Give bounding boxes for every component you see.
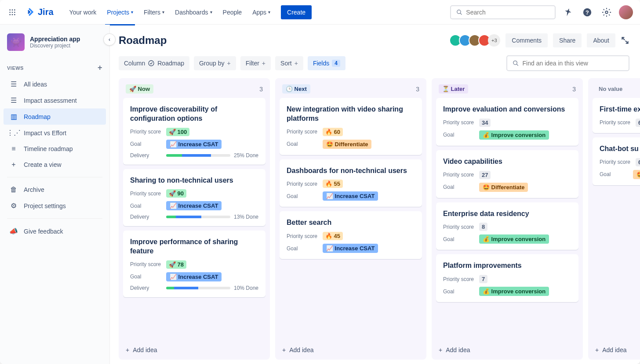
column-next: 🕒 Next3New integration with video sharin… — [275, 78, 426, 360]
priority-label: Priority score — [287, 181, 323, 187]
user-avatar[interactable] — [619, 5, 633, 19]
delivery-pct: 13% Done — [234, 214, 258, 220]
global-search[interactable] — [450, 5, 556, 19]
create-button[interactable]: Create — [281, 5, 312, 19]
fields-chip[interactable]: Fields4 — [308, 56, 345, 70]
card-title: Video capabilities — [443, 157, 571, 166]
find-idea-box[interactable] — [506, 55, 629, 71]
add-idea-button[interactable]: +Add idea — [123, 341, 265, 355]
goal-label: Goal — [130, 203, 166, 209]
goal-badge: 💰 Improve conversion — [479, 130, 549, 140]
add-idea-button[interactable]: +Add idea — [593, 341, 640, 355]
column-label: 🕒 Next — [282, 84, 310, 94]
idea-card[interactable]: Improve evaluation and conversionsPriori… — [436, 98, 578, 146]
card-title: Enterprise data residency — [443, 209, 571, 219]
nav-projects[interactable]: Projects▾ — [102, 5, 138, 19]
sidebar-item-label: Impact assessment — [24, 97, 77, 104]
chevron-down-icon: ▾ — [210, 10, 212, 14]
sidebar-feedback[interactable]: 📣Give feedback — [4, 223, 106, 239]
priority-label: Priority score — [600, 119, 636, 126]
top-navigation: Jira Your workProjects▾Filters▾Dashboard… — [0, 0, 640, 25]
idea-card[interactable]: Better searchPriority score🔥 45Goal📈 Inc… — [280, 211, 422, 259]
goal-label: Goal — [287, 141, 323, 147]
comments-button[interactable]: Comments — [505, 33, 548, 47]
sidebar-project-settings[interactable]: ⚙Project settings — [4, 198, 106, 214]
idea-card[interactable]: Dashboards for non-technical usersPriori… — [280, 159, 422, 207]
collapse-sidebar-button[interactable]: ‹ — [103, 33, 116, 46]
priority-score-badge: 🔥 45 — [323, 232, 343, 240]
chevron-down-icon: ▾ — [268, 10, 270, 14]
goal-label: Goal — [443, 288, 479, 295]
views-section-header: VIEWS + — [4, 60, 106, 76]
goal-label: Goal — [443, 132, 479, 138]
avatar-more[interactable]: +3 — [488, 34, 500, 47]
nav-filters[interactable]: Filters▾ — [138, 5, 170, 19]
plus-icon: + — [126, 346, 129, 353]
nav-people[interactable]: People — [218, 5, 247, 19]
plus-icon: + — [439, 346, 442, 353]
add-view-icon[interactable]: + — [98, 63, 102, 72]
sidebar-item-create-a-view[interactable]: +Create a view — [4, 157, 106, 173]
goal-badge: 🤩 Differentiate — [479, 183, 528, 192]
column-chip[interactable]: Column Roadmap — [119, 56, 189, 70]
help-icon[interactable]: ? — [580, 5, 594, 19]
idea-card[interactable]: First-time exPriority score6 — [593, 98, 640, 133]
goal-badge: 📈 Increase CSAT — [323, 244, 378, 253]
jira-logo[interactable]: Jira — [25, 7, 54, 18]
search-input[interactable] — [466, 9, 549, 16]
goal-badge: 💰 Improve conversion — [479, 287, 549, 296]
sidebar-item-all-ideas[interactable]: ☰All ideas — [4, 76, 106, 92]
sidebar-item-impact-vs-effort[interactable]: ⋮⋰Impact vs Effort — [4, 125, 106, 141]
find-idea-input[interactable] — [523, 60, 623, 67]
svg-point-6 — [9, 14, 11, 15]
list-icon: ☰ — [9, 80, 18, 88]
goal-badge: 📈 Increase CSAT — [323, 191, 378, 201]
idea-card[interactable]: Platform improvementsPriority score7Goal… — [436, 254, 578, 302]
groupby-chip[interactable]: Group by+ — [194, 56, 236, 70]
filter-chip[interactable]: Filter+ — [240, 56, 271, 70]
svg-point-14 — [149, 61, 154, 66]
sidebar-item-timeline-roadmap[interactable]: ≡Timeline roadmap — [4, 141, 106, 157]
plus-icon: + — [9, 161, 18, 169]
card-title: Improve evaluation and conversions — [443, 105, 571, 114]
fullscreen-icon[interactable] — [621, 36, 629, 45]
nav-apps[interactable]: Apps▾ — [247, 5, 276, 19]
idea-card[interactable]: Sharing to non-technical usersPriority s… — [123, 169, 265, 227]
priority-label: Priority score — [130, 261, 166, 267]
priority-score-badge: 6 — [636, 158, 640, 166]
settings-icon[interactable] — [600, 5, 614, 19]
main-content: Roadmap +3 Comments Share About Column — [110, 25, 640, 364]
about-button[interactable]: About — [587, 33, 615, 47]
nav-dashboards[interactable]: Dashboards▾ — [170, 5, 218, 19]
share-button[interactable]: Share — [553, 33, 582, 47]
card-title: Better search — [287, 218, 415, 227]
sidebar-archive[interactable]: 🗑Archive — [4, 182, 106, 198]
idea-card[interactable]: Chat-bot suPriority score6Goal🤩 — [593, 137, 640, 185]
idea-card[interactable]: Improve performance of sharing featurePr… — [123, 231, 265, 297]
sidebar-item-impact-assessment[interactable]: ☰Impact assessment — [4, 92, 106, 108]
card-title: Dashboards for non-technical users — [287, 166, 415, 176]
notifications-icon[interactable] — [561, 5, 575, 19]
delivery-label: Delivery — [130, 214, 166, 220]
sort-chip[interactable]: Sort+ — [275, 56, 303, 70]
goal-label: Goal — [287, 193, 323, 199]
sidebar-item-roadmap[interactable]: ▥Roadmap — [4, 108, 106, 125]
add-idea-button[interactable]: +Add idea — [436, 341, 578, 355]
goal-badge: 💰 Improve conversion — [479, 234, 549, 244]
project-icon: 👾 — [7, 33, 25, 51]
goal-badge: 🤩 Differentiate — [323, 140, 371, 149]
card-title: Improve discoverability of configuration… — [130, 105, 258, 123]
svg-point-2 — [14, 9, 15, 11]
column-label: ⏳ Later — [439, 84, 468, 94]
project-header[interactable]: 👾 Appreciation app Discovery project — [4, 33, 106, 60]
collaborator-avatars[interactable]: +3 — [452, 34, 500, 47]
goal-label: Goal — [287, 245, 323, 252]
app-switcher-icon[interactable] — [7, 7, 18, 18]
goal-label: Goal — [130, 141, 166, 147]
idea-card[interactable]: New integration with video sharing platf… — [280, 98, 422, 155]
idea-card[interactable]: Video capabilitiesPriority score27Goal🤩 … — [436, 150, 578, 198]
nav-your-work[interactable]: Your work — [64, 5, 102, 19]
add-idea-button[interactable]: +Add idea — [280, 341, 422, 355]
idea-card[interactable]: Enterprise data residencyPriority score8… — [436, 202, 578, 250]
idea-card[interactable]: Improve discoverability of configuration… — [123, 98, 265, 165]
